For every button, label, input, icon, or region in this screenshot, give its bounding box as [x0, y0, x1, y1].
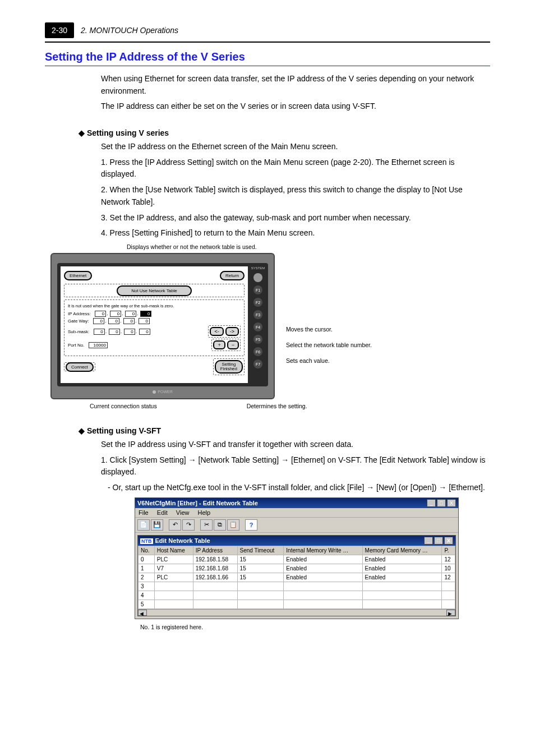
- menu-view[interactable]: View: [176, 509, 190, 516]
- help-button[interactable]: ?: [245, 519, 257, 531]
- subheading: Setting using V-SFT: [79, 426, 490, 435]
- f2-button[interactable]: F2: [253, 298, 262, 307]
- tool-button[interactable]: 📄: [137, 519, 150, 531]
- table-cell: Enabled: [362, 564, 442, 573]
- sm-octet[interactable]: 0: [139, 329, 150, 335]
- device-screen: Ethernet Return Not Use Network Table It…: [61, 266, 248, 383]
- table-row[interactable]: 5: [139, 600, 455, 609]
- f3-button[interactable]: F3: [253, 310, 262, 319]
- scrollbar[interactable]: ◄ ►: [138, 609, 455, 616]
- menu-edit[interactable]: Edit: [157, 509, 168, 516]
- cut-button[interactable]: ✂: [200, 519, 213, 531]
- col-mc[interactable]: Memory Card Memory …: [362, 546, 442, 555]
- gw-octet[interactable]: 0: [108, 318, 119, 324]
- table-cell: [193, 582, 237, 591]
- divider: [45, 66, 490, 66]
- ip-octet[interactable]: 0: [125, 311, 136, 317]
- section-heading: Setting the IP Address of the V Series: [45, 50, 490, 63]
- tool-button[interactable]: 💾: [151, 519, 163, 531]
- port-value[interactable]: 10000: [89, 342, 108, 348]
- close-button[interactable]: X: [444, 537, 453, 545]
- gw-octet[interactable]: 0: [139, 318, 150, 324]
- table-cell: [284, 582, 362, 591]
- table-row[interactable]: 1V7192.168.1.6815EnabledEnabled10: [139, 564, 455, 573]
- arrow-icon: →: [439, 483, 446, 492]
- table-cell: [362, 582, 442, 591]
- submask-label: Sub-mask:: [68, 329, 89, 334]
- scroll-right-button[interactable]: ►: [446, 610, 455, 616]
- table-cell: 10: [442, 564, 455, 573]
- ip-octet[interactable]: 0: [95, 311, 106, 317]
- gw-octet[interactable]: 0: [93, 318, 104, 324]
- ip-octet[interactable]: 0: [140, 311, 151, 317]
- maximize-button[interactable]: □: [437, 499, 446, 507]
- function-key-strip: SYSTEM F1 F2 F3 F4 F5 F6 F7: [251, 266, 265, 383]
- cursor-right-button[interactable]: ->: [225, 327, 239, 336]
- inner-window: NTBEdit Network Table _ □ X No. Host Nam…: [137, 535, 456, 616]
- copy-button[interactable]: ⧉: [214, 519, 226, 531]
- table-cell: PLC: [154, 555, 193, 564]
- scroll-left-button[interactable]: ◄: [138, 610, 147, 616]
- power-indicator: POWER: [57, 390, 268, 394]
- table-cell: 0: [139, 555, 155, 564]
- col-host[interactable]: Host Name: [154, 546, 193, 555]
- f7-button[interactable]: F7: [253, 359, 262, 368]
- col-p[interactable]: P.: [442, 546, 455, 555]
- gw-octet[interactable]: 0: [123, 318, 135, 324]
- return-button[interactable]: Return: [220, 271, 245, 280]
- sm-octet[interactable]: 0: [124, 329, 135, 335]
- cursor-left-button[interactable]: <-: [210, 327, 223, 336]
- step-text: [New] (or [Open]): [376, 483, 439, 492]
- f5-button[interactable]: F5: [253, 335, 262, 344]
- col-no[interactable]: No.: [139, 546, 155, 555]
- sm-octet[interactable]: 0: [109, 329, 120, 335]
- col-ip[interactable]: IP Address: [193, 546, 237, 555]
- ip-octet[interactable]: 0: [110, 311, 121, 317]
- step-text: Press the [IP Address Setting] switch on…: [101, 158, 455, 179]
- arrow-icon: →: [366, 483, 374, 492]
- table-cell: [362, 591, 442, 600]
- minus-button[interactable]: −: [227, 340, 239, 349]
- connect-button[interactable]: Connect: [66, 362, 94, 372]
- redo-button[interactable]: ↷: [182, 519, 195, 531]
- table-cell: 15: [237, 573, 284, 582]
- paste-button[interactable]: 📋: [227, 519, 239, 531]
- close-button[interactable]: X: [447, 499, 456, 507]
- table-cell: [442, 600, 455, 609]
- table-cell: 2: [139, 573, 155, 582]
- table-row[interactable]: 2PLC192.168.1.6615EnabledEnabled12: [139, 573, 455, 582]
- chapter-title: 2. MONITOUCH Operations: [81, 26, 178, 35]
- minimize-button[interactable]: _: [424, 537, 433, 545]
- step-text: When the [Use Network Table] switch is d…: [101, 185, 463, 206]
- f6-button[interactable]: F6: [253, 347, 262, 356]
- body-text: Set the IP address using V-SFT and trans…: [45, 439, 490, 451]
- table-row[interactable]: 3: [139, 582, 455, 591]
- power-label: POWER: [158, 390, 172, 394]
- table-cell: 192.168.1.66: [193, 573, 237, 582]
- minimize-button[interactable]: _: [427, 499, 436, 507]
- not-use-network-table-button[interactable]: Not Use Network Table: [117, 285, 192, 296]
- body-text: The IP address can either be set on the …: [45, 100, 490, 113]
- table-row[interactable]: 4: [139, 591, 455, 600]
- system-button[interactable]: [253, 273, 262, 282]
- table-row[interactable]: 0PLC192.168.1.5815EnabledEnabled12: [139, 555, 455, 564]
- body-text: 1. Press the [IP Address Setting] switch…: [45, 156, 490, 181]
- f1-button[interactable]: F1: [253, 285, 262, 294]
- sm-octet[interactable]: 0: [94, 329, 105, 335]
- col-im[interactable]: Internal Memory Write …: [284, 546, 362, 555]
- f4-button[interactable]: F4: [253, 322, 262, 331]
- table-cell: [154, 591, 193, 600]
- subheading: Setting using V series: [79, 128, 490, 137]
- callout: Moves the cursor.: [286, 326, 333, 333]
- menubar: File Edit View Help: [135, 508, 458, 517]
- body-text: 3. Set the IP address, and also the gate…: [45, 212, 490, 224]
- maximize-button[interactable]: □: [434, 537, 443, 545]
- plus-button[interactable]: +: [213, 340, 225, 349]
- undo-button[interactable]: ↶: [169, 519, 181, 531]
- table-cell: Enabled: [362, 573, 442, 582]
- col-timeout[interactable]: Send Timeout: [237, 546, 284, 555]
- menu-help[interactable]: Help: [198, 509, 211, 516]
- system-label: SYSTEM: [251, 266, 265, 270]
- setting-finished-button[interactable]: Setting Finished: [215, 360, 243, 374]
- menu-file[interactable]: File: [139, 509, 149, 516]
